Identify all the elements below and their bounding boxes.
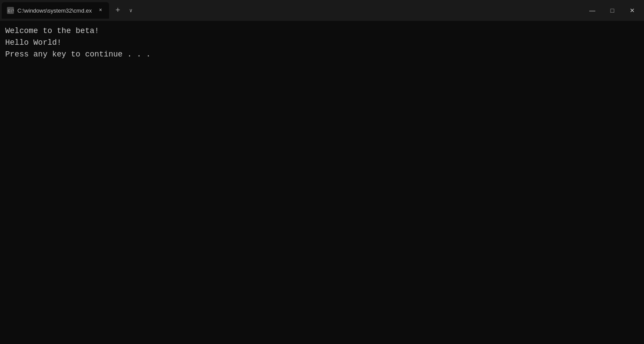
window-controls: — □ ✕ [582, 0, 644, 21]
terminal-window: C:\ C:\windows\system32\cmd.ex × + ∨ — □… [0, 0, 644, 344]
terminal-body[interactable]: Welcome to the beta! Hello World! Press … [0, 21, 644, 344]
active-tab[interactable]: C:\ C:\windows\system32\cmd.ex × [2, 2, 109, 19]
maximize-button[interactable]: □ [602, 0, 622, 21]
close-button[interactable]: ✕ [622, 0, 642, 21]
terminal-line-2: Hello World! [5, 37, 639, 49]
cmd-icon: C:\ [7, 7, 14, 14]
new-tab-button[interactable]: + [111, 3, 125, 17]
tab-title: C:\windows\system32\cmd.ex [17, 7, 92, 14]
tab-area: C:\ C:\windows\system32\cmd.ex × + ∨ [0, 0, 582, 21]
titlebar: C:\ C:\windows\system32\cmd.ex × + ∨ — □… [0, 0, 644, 21]
tab-close-button[interactable]: × [97, 7, 104, 14]
terminal-line-3: Press any key to continue . . . [5, 49, 639, 60]
svg-text:C:\: C:\ [8, 9, 14, 13]
tab-dropdown-button[interactable]: ∨ [125, 4, 137, 17]
minimize-button[interactable]: — [582, 0, 602, 21]
terminal-line-1: Welcome to the beta! [5, 25, 639, 37]
